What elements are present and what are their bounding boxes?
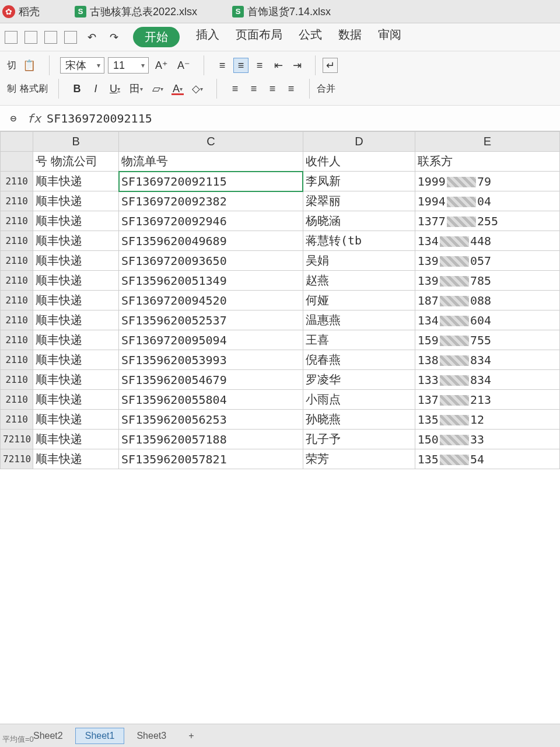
indent-increase-button[interactable]: ⇥ (289, 58, 304, 73)
cell-recipient[interactable]: 温惠燕 (303, 310, 415, 330)
table-row[interactable]: 2110顺丰快递SF1369720094520何娅187088 (1, 291, 560, 310)
tab-start[interactable]: 开始 (133, 27, 180, 47)
align-middle-button[interactable]: ≡ (233, 58, 249, 73)
table-row[interactable]: 72110顺丰快递SF1359620057821荣芳13554 (1, 449, 560, 469)
paste-icon[interactable]: 📋 (20, 58, 38, 73)
row-header[interactable]: 2110 (1, 211, 33, 231)
border-button[interactable]: 田 (127, 81, 146, 96)
cell-recipient[interactable]: 李凤新 (303, 172, 415, 191)
row-header[interactable]: 2110 (1, 271, 33, 291)
cell-recipient[interactable]: 孔子予 (303, 430, 415, 449)
file-tab-1[interactable]: S 古驰核算总表2022.xlsx (75, 5, 197, 19)
italic-button[interactable]: I (88, 81, 103, 96)
cell-phone[interactable]: 13554 (415, 449, 559, 469)
cell-company[interactable]: 顺丰快递 (33, 251, 119, 271)
zoom-out-icon[interactable]: ⊖ (6, 111, 21, 126)
align-left-button[interactable]: ≡ (228, 81, 243, 96)
tab-data[interactable]: 数据 (338, 27, 362, 47)
cell-phone[interactable]: 15033 (415, 430, 559, 449)
wrap-text-button[interactable]: ↵ (323, 58, 338, 73)
table-row[interactable]: 72110顺丰快递SF1359620057188孔子予15033 (1, 430, 560, 449)
fill-color-button[interactable]: ▱ (149, 81, 166, 96)
fx-label[interactable]: fx (27, 111, 41, 125)
redo-button[interactable]: ↷ (106, 30, 121, 45)
column-headers[interactable]: B C D E (1, 132, 560, 152)
cell-tracking[interactable]: SF1359620051349 (119, 271, 303, 291)
col-header-E[interactable]: E (415, 132, 559, 152)
cell-company[interactable]: 顺丰快递 (33, 350, 119, 370)
row-header[interactable]: 2110 (1, 191, 33, 211)
cell-phone[interactable]: 134604 (415, 310, 559, 330)
table-row[interactable]: 2110顺丰快递SF1359620056253孙晓燕13512 (1, 410, 560, 430)
row-header[interactable]: 2110 (1, 390, 33, 410)
cell-company[interactable]: 顺丰快递 (33, 390, 119, 410)
cell-recipient[interactable]: 何娅 (303, 291, 415, 310)
cell-tracking[interactable]: SF1359620052537 (119, 310, 303, 330)
header-row[interactable]: 号 物流公司 物流单号 收件人 联系方 (1, 152, 560, 172)
row-header[interactable]: 2110 (1, 291, 33, 310)
sheet-tab-1[interactable]: Sheet1 (75, 728, 125, 744)
table-row[interactable]: 2110顺丰快递SF1359620052537温惠燕134604 (1, 310, 560, 330)
cell-phone[interactable]: 1377255 (415, 211, 559, 231)
table-row[interactable]: 2110顺丰快递SF1359620051349赵燕139785 (1, 271, 560, 291)
row-header[interactable]: 2110 (1, 330, 33, 350)
table-row[interactable]: 2110顺丰快递SF1359620053993倪春燕138834 (1, 350, 560, 370)
cell-recipient[interactable]: 孙晓燕 (303, 410, 415, 430)
cell-tracking[interactable]: SF1369720092946 (119, 211, 303, 231)
cell-company[interactable]: 顺丰快递 (33, 271, 119, 291)
cell-company[interactable]: 顺丰快递 (33, 410, 119, 430)
cell-tracking[interactable]: SF1369720093650 (119, 251, 303, 271)
cell-phone[interactable]: 159755 (415, 330, 559, 350)
cell-company[interactable]: 顺丰快递 (33, 310, 119, 330)
cell-tracking[interactable]: SF1359620055804 (119, 390, 303, 410)
cell-phone[interactable]: 139785 (415, 271, 559, 291)
row-header[interactable]: 2110 (1, 410, 33, 430)
cell-recipient[interactable]: 王喜 (303, 330, 415, 350)
font-family-select[interactable]: 宋体 (60, 57, 104, 74)
align-bottom-button[interactable]: ≡ (252, 58, 267, 73)
row-header[interactable]: 2110 (1, 251, 33, 271)
merge-cells-button[interactable]: 合并 (317, 83, 335, 95)
undo-button[interactable]: ↶ (84, 30, 99, 45)
col-header-C[interactable]: C (119, 132, 303, 152)
print-icon[interactable] (44, 31, 57, 44)
spreadsheet-grid[interactable]: B C D E 号 物流公司 物流单号 收件人 联系方 2110顺丰快递SF13… (0, 131, 560, 747)
table-row[interactable]: 2110顺丰快递SF1369720092115李凤新199979 (1, 172, 560, 191)
cell-recipient[interactable]: 荣芳 (303, 449, 415, 469)
col-header-B[interactable]: B (33, 132, 119, 152)
bold-button[interactable]: B (69, 81, 85, 96)
tab-formula[interactable]: 公式 (299, 27, 322, 47)
add-sheet-button[interactable]: + (178, 728, 204, 744)
tab-review[interactable]: 审阅 (378, 27, 401, 47)
save-icon[interactable] (5, 31, 18, 44)
table-row[interactable]: 2110顺丰快递SF1359620054679罗凌华133834 (1, 370, 560, 390)
align-top-button[interactable]: ≡ (215, 58, 230, 73)
preview-icon[interactable] (64, 31, 77, 44)
row-header[interactable]: 2110 (1, 231, 33, 251)
cell-tracking[interactable]: SF1369720092382 (119, 191, 303, 211)
cell-phone[interactable]: 137213 (415, 390, 559, 410)
cell-company[interactable]: 顺丰快递 (33, 330, 119, 350)
docer-tab[interactable]: ✿ 稻壳 (2, 5, 40, 19)
table-row[interactable]: 2110顺丰快递SF1369720092382梁翠丽199404 (1, 191, 560, 211)
file-tab-2[interactable]: S 首饰退货7.14.xlsx (232, 5, 331, 19)
row-header[interactable]: 2110 (1, 172, 33, 191)
cell-recipient[interactable]: 倪春燕 (303, 350, 415, 370)
row-header[interactable]: 2110 (1, 350, 33, 370)
cell-phone[interactable]: 199404 (415, 191, 559, 211)
cell-phone[interactable]: 13512 (415, 410, 559, 430)
cell-tracking[interactable]: SF1359620053993 (119, 350, 303, 370)
cell-recipient[interactable]: 赵燕 (303, 271, 415, 291)
cell-company[interactable]: 顺丰快递 (33, 211, 119, 231)
cut-button[interactable]: 切 (7, 60, 16, 72)
cell-tracking[interactable]: SF1369720095094 (119, 330, 303, 350)
align-justify-button[interactable]: ≡ (284, 81, 299, 96)
table-row[interactable]: 2110顺丰快递SF1359620049689蒋慧转(tb134448 (1, 231, 560, 251)
cell-company[interactable]: 顺丰快递 (33, 449, 119, 469)
cell-phone[interactable]: 138834 (415, 350, 559, 370)
col-header-D[interactable]: D (303, 132, 415, 152)
cell-company[interactable]: 顺丰快递 (33, 291, 119, 310)
cell-tracking[interactable]: SF1369720094520 (119, 291, 303, 310)
cell-company[interactable]: 顺丰快递 (33, 430, 119, 449)
cell-company[interactable]: 顺丰快递 (33, 191, 119, 211)
